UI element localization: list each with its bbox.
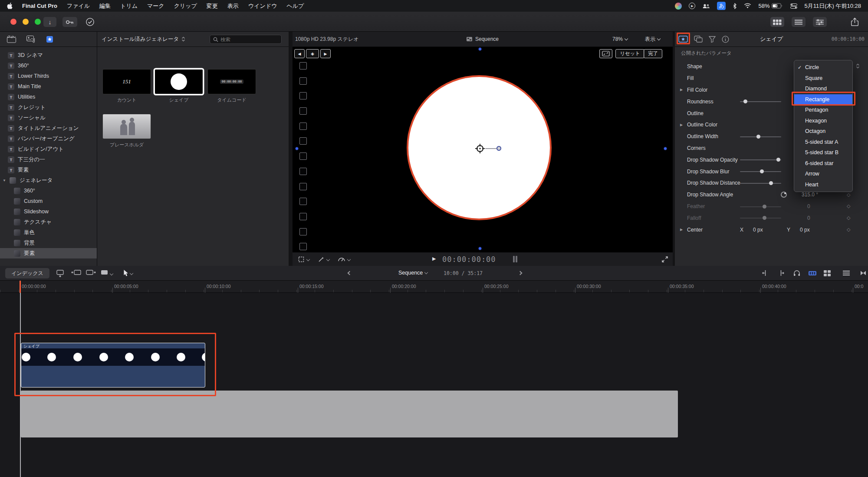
playback-status-icon[interactable]: ▶ [689,3,695,9]
generator-inspector-tab[interactable] [678,35,688,43]
fast-user-switch-icon[interactable] [702,3,710,9]
sidebar-item-generator-solid[interactable]: 単色 [0,227,97,238]
center-crosshair-handle[interactable] [475,143,485,156]
center-x-value[interactable]: 0 px [753,227,763,233]
search-input[interactable] [220,37,273,42]
control-center-icon[interactable] [790,3,797,9]
roundness-slider[interactable] [740,101,781,102]
trim-tool-icon[interactable] [860,270,866,276]
wifi-icon[interactable] [744,3,751,9]
sidebar-item-3d-cinematic[interactable]: T3D シネマ [0,50,97,60]
snapping-icon[interactable] [808,270,817,276]
sidebar-item-generator-slideshow[interactable]: Slideshow [0,206,97,217]
viewer-canvas[interactable]: ◀ ◈ ▶ リセット 完了 [293,47,673,252]
trim-end-icon[interactable] [778,270,784,276]
drop-shadow-blur-slider[interactable] [740,171,781,172]
audio-meters-icon[interactable] [513,256,518,264]
sidebar-item-credits[interactable]: Tクレジット [0,102,97,113]
import-media-button[interactable]: ↓ [43,17,56,27]
selection-handle-right[interactable] [664,147,667,150]
menu-item-pentagon[interactable]: Pentagon [794,105,852,116]
generator-thumb-placeholder[interactable] [102,114,151,139]
bluetooth-icon[interactable] [733,3,737,9]
menu-help[interactable]: ヘルプ [286,2,304,10]
input-method-badge[interactable]: あ [717,2,726,10]
list-view-toggle[interactable] [792,17,806,27]
menu-item-circle[interactable]: ✓Circle [794,62,852,73]
sidebar-item-elements-titles[interactable]: T要素 [0,165,97,175]
playhead-ruler-marker[interactable] [20,281,21,293]
close-window-button[interactable] [10,19,16,25]
disclosure-right-icon[interactable]: ▶ [680,123,683,127]
sidebar-item-generator-custom[interactable]: Custom [0,196,97,206]
photos-audio-icon[interactable] [26,36,36,43]
sidebar-item-title-animation[interactable]: Tタイトルアニメーション [0,123,97,133]
index-button[interactable]: インデックス [5,268,49,278]
append-clip-button[interactable] [86,270,96,277]
timeline-ruler[interactable]: 00:00:00:00 00:00:05:00 00:00:10:00 00:0… [0,281,868,293]
menu-item-rectangle-highl[interactable]: Rectangle [794,94,852,105]
menu-clip[interactable]: クリップ [174,2,197,10]
menu-item-arrow[interactable]: Arrow [794,169,852,179]
connect-clip-button[interactable] [56,270,67,277]
menu-mark[interactable]: マーク [147,2,164,10]
menu-bar-clock[interactable]: 5月11日(木) 午前10:28 [804,2,861,10]
timeline-appearance-button[interactable] [813,17,827,27]
zoom-window-button[interactable] [35,19,41,25]
search-field[interactable] [210,35,282,44]
add-keyframe-button[interactable]: ◈ [306,49,319,58]
drop-shadow-angle-value[interactable]: 315.0 ° [802,192,818,198]
selection-handle-bottom[interactable] [478,247,482,250]
menu-item-6-sided-star[interactable]: 6-sided star [794,158,852,169]
clapperboard-icon[interactable] [7,36,16,43]
menu-trim[interactable]: トリム [120,2,138,10]
menu-edit[interactable]: 編集 [99,2,111,10]
keyframe-diamond-icon[interactable]: ◇ [847,192,850,198]
timeline-tracks[interactable]: シェイプ [0,293,868,477]
filter-inspector-tab[interactable] [709,36,716,43]
reset-button[interactable]: リセット [615,49,644,58]
info-inspector-tab[interactable] [722,36,729,43]
video-inspector-tab[interactable] [694,36,703,43]
sidebar-item-bumper-opening[interactable]: Tバンパー/オープニング [0,133,97,144]
background-tasks-button[interactable] [83,17,96,27]
fit-to-window-icon-button[interactable] [599,49,612,58]
sidebar-item-generator-background[interactable]: 背景 [0,238,97,248]
next-keyframe-button[interactable]: ▶ [320,49,331,58]
generator-thumb-shape-selected[interactable] [155,69,203,94]
fullscreen-icon[interactable] [661,256,668,263]
menu-modify[interactable]: 変更 [207,2,218,10]
sidebar-item-generator-texture[interactable]: テクスチャ [0,217,97,227]
disclosure-open-icon[interactable]: ▼ [3,179,6,182]
timeline-index-icon[interactable] [843,270,850,276]
generator-thumb-count[interactable]: 151 [102,69,151,94]
enhancements-wand-button[interactable] [318,256,329,263]
popup-stepper-icon[interactable] [856,63,860,69]
gap-clip[interactable] [21,391,678,437]
outline-width-slider[interactable] [740,136,781,137]
sidebar-item-360-titles[interactable]: T360° [0,60,97,71]
done-button[interactable]: 完了 [644,49,662,58]
select-tool-button[interactable] [123,269,133,277]
previous-keyframe-button[interactable]: ◀ [294,49,305,58]
playhead-line[interactable] [20,293,21,477]
viewer-view-menu[interactable]: 表示 [645,36,660,43]
sidebar-item-main-title[interactable]: TMain Title [0,81,97,92]
shape-generator-clip[interactable]: シェイプ [21,343,205,388]
transform-tool-button[interactable] [298,256,309,263]
menu-item-heart[interactable]: Heart [794,179,852,190]
trim-start-icon[interactable] [762,270,769,276]
generator-thumb-timecode[interactable]: 00:00:00:00 [207,69,256,94]
battery-status[interactable]: 58% [758,3,783,9]
viewer-project-menu[interactable]: Sequence [467,36,499,42]
sidebar-item-lower-thirds[interactable]: TLower Thirds [0,71,97,81]
angle-dial[interactable] [781,192,787,198]
siri-icon[interactable] [675,3,682,10]
menu-item-5-sided-star-a[interactable]: 5-sided star A [794,137,852,148]
menu-item-hexagon[interactable]: Hexagon [794,116,852,126]
clip-appearance-icon[interactable] [824,270,831,276]
param-row-falloff[interactable]: Falloff0◇ [675,212,868,224]
param-row-center[interactable]: ▶Center X 0 px Y 0 px ◇ [675,224,868,235]
drop-shadow-distance-slider[interactable] [740,183,781,184]
browser-view-toggle[interactable] [770,17,784,27]
